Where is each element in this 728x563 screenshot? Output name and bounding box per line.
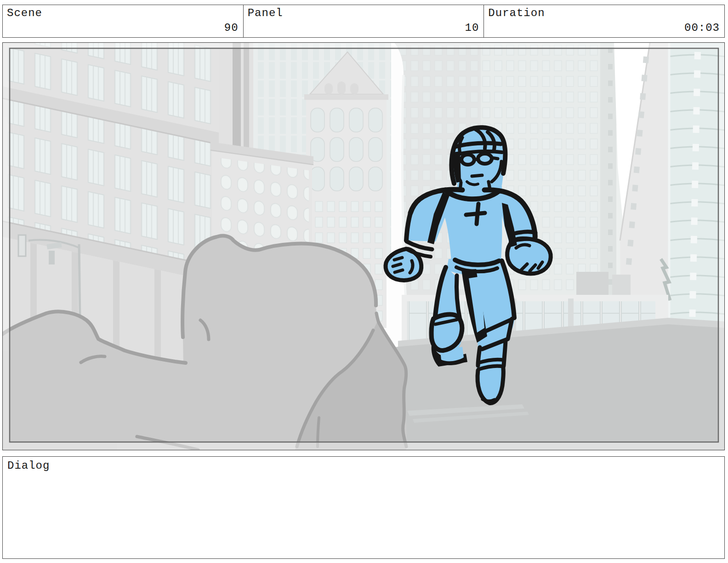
panel-value: 10 [248,22,479,34]
dialog-label: Dialog [7,460,720,472]
scene-value: 90 [7,22,239,34]
dialog-box: Dialog [2,456,725,559]
duration-cell: Duration 00:03 [484,5,724,37]
info-table: Scene 90 Panel 10 Duration 00:03 [2,5,725,38]
storyboard-image [3,43,725,450]
scene-label: Scene [7,7,239,19]
duration-value: 00:03 [488,22,720,34]
storyboard-frame [2,42,725,450]
panel-cell: Panel 10 [244,5,484,37]
scene-cell: Scene 90 [3,5,244,37]
storyboard-sheet: Scene 90 Panel 10 Duration 00:03 [2,5,725,559]
panel-label: Panel [248,7,479,19]
duration-label: Duration [488,7,720,19]
